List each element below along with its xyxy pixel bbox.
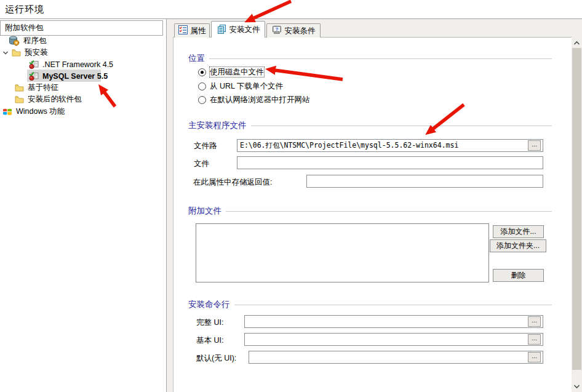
tab-properties[interactable]: 属性 (174, 23, 210, 38)
tree-item-preinstall[interactable]: 预安装 (2, 47, 48, 58)
sidebar-header: 附加软件包 (0, 20, 163, 36)
tree-item-feature-based[interactable]: 基于特征 (15, 82, 58, 94)
tree-item-label: MySQL Server 5.5 (42, 72, 108, 81)
tab-install-conditions[interactable]: ? 安装条件 (266, 23, 321, 38)
section-heading: 附加文件 (188, 206, 221, 217)
radio-label-use-disk-file[interactable]: 使用磁盘中文件 (210, 67, 264, 77)
msi-package-icon (29, 60, 39, 69)
tree-item-label: Windows 功能 (16, 106, 65, 117)
basic-ui-label: 基本 UI: (196, 335, 223, 346)
section-additional-files: 附加文件 (188, 206, 552, 217)
scroll-up-icon[interactable] (573, 39, 581, 47)
basic-ui-input[interactable] (244, 333, 543, 346)
tree-item-label: 基于特征 (28, 82, 58, 93)
file-label: 文件 (194, 159, 209, 169)
tree-item-mysql[interactable]: MySQL Server 5.5 (29, 70, 108, 82)
radio-label-download-url[interactable]: 从 URL 下载单个文件 (210, 81, 283, 91)
scrollbar-thumb[interactable] (572, 48, 581, 370)
msi-package-icon (29, 71, 39, 81)
no-ui-label: 默认(无 UI): (196, 353, 236, 364)
section-location: 位置 (188, 53, 552, 64)
section-rule (226, 211, 552, 212)
folder-icon (15, 95, 24, 103)
tab-install-files[interactable]: 安装文件 (211, 21, 265, 38)
section-rule (209, 58, 552, 59)
full-ui-input[interactable] (244, 315, 543, 328)
no-ui-browse-button[interactable]: ... (528, 352, 541, 362)
scroll-down-icon[interactable] (573, 382, 581, 390)
add-file-button[interactable]: 添加文件... (493, 225, 544, 238)
install-conditions-icon: ? (272, 25, 282, 36)
tree-item-packages[interactable]: 程序包 (8, 35, 47, 47)
radio-use-disk-file[interactable] (198, 68, 206, 76)
section-main-installer: 主安装程序文件 (188, 120, 552, 131)
section-rule (234, 305, 552, 305)
tree-item-label: .NET Framework 4.5 (42, 60, 113, 69)
tree-item-dotnet[interactable]: .NET Framework 4.5 (29, 58, 113, 70)
tree-item-label: 程序包 (23, 36, 47, 46)
tree-item-post-install[interactable]: 安装后的软件包 (15, 94, 82, 105)
red-arrow-tab (253, 1, 291, 18)
install-files-icon (217, 24, 226, 36)
page-title: 运行环境 (5, 4, 44, 15)
tree-item-windows-features[interactable]: Windows 功能 (2, 106, 65, 118)
return-value-input[interactable] (306, 175, 543, 188)
tree-item-label: 预安装 (25, 47, 48, 58)
folder-icon (15, 84, 24, 92)
full-ui-browse-button[interactable]: ... (528, 316, 541, 327)
additional-files-list[interactable] (196, 223, 489, 282)
section-heading: 位置 (188, 53, 205, 64)
tab-label: 安装文件 (229, 25, 260, 35)
vertical-scrollbar[interactable] (572, 37, 582, 392)
windows-icon (2, 107, 12, 116)
file-input[interactable] (237, 156, 543, 169)
section-rule (251, 126, 552, 126)
full-ui-label: 完整 UI: (196, 318, 223, 328)
folder-icon (12, 49, 21, 57)
radio-open-website[interactable] (198, 96, 206, 104)
section-command-line: 安装命令行 (188, 299, 552, 310)
file-path-input[interactable]: E:\06.打包\NTSMC\ProjectFile\mysql-5.5.62-… (237, 139, 543, 152)
radio-download-url[interactable] (198, 82, 206, 90)
tab-label: 属性 (191, 26, 206, 36)
delete-button[interactable]: 删除 (493, 269, 544, 282)
section-heading: 主安装程序文件 (188, 120, 247, 131)
no-ui-input[interactable] (249, 351, 543, 364)
tree-item-label: 安装后的软件包 (28, 94, 82, 105)
tab-label: 安装条件 (285, 26, 316, 36)
app-window: 运行环境 附加软件包 程序包 (0, 0, 582, 392)
properties-icon (178, 25, 188, 36)
return-value-label: 在此属性中存储返回值: (193, 177, 272, 188)
add-folder-button[interactable]: 添加文件夹... (490, 239, 546, 252)
basic-ui-browse-button[interactable]: ... (528, 334, 541, 345)
radio-label-open-website[interactable]: 在默认网络浏览器中打开网站 (210, 95, 310, 105)
svg-text:?: ? (275, 26, 278, 32)
file-path-browse-button[interactable]: ... (528, 140, 541, 151)
section-heading: 安装命令行 (188, 299, 230, 310)
package-db-icon (8, 36, 20, 46)
file-path-label: 文件路 (194, 141, 217, 151)
chevron-down-icon[interactable] (2, 50, 9, 56)
